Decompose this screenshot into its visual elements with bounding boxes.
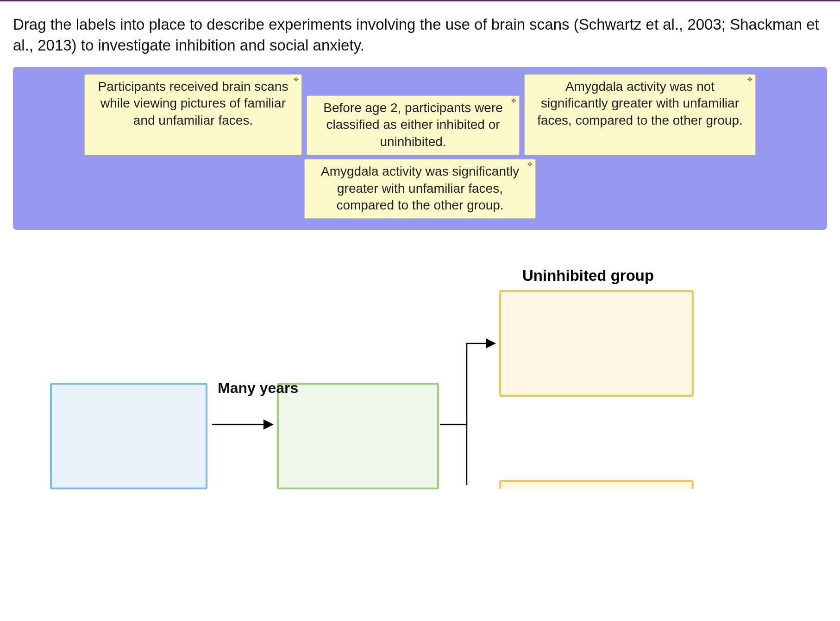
arrow-caption-many-years: Many years — [218, 380, 298, 396]
drag-label-text: Amygdala activity was not significantly … — [537, 79, 743, 127]
move-icon: ✥ — [747, 76, 752, 82]
drop-zone-uninhibited[interactable] — [499, 290, 694, 397]
drag-label-significant[interactable]: ✥ Amygdala activity was significantly gr… — [304, 159, 536, 219]
drag-label-text: Amygdala activity was significantly grea… — [321, 164, 519, 212]
drag-label-not-significant[interactable]: ✥ Amygdala activity was not significantl… — [524, 74, 756, 155]
move-icon: ✥ — [511, 98, 516, 104]
drag-label-brain-scans[interactable]: ✥ Participants received brain scans whil… — [84, 74, 302, 155]
drag-label-text: Participants received brain scans while … — [98, 79, 288, 127]
drop-zone-middle[interactable] — [277, 383, 439, 489]
move-icon: ✥ — [527, 161, 533, 167]
question-page: Drag the labels into place to describe e… — [0, 1, 840, 499]
drop-zone-start[interactable] — [50, 383, 207, 489]
drag-label-text: Before age 2, participants were classifi… — [323, 101, 503, 149]
drop-zone-lower-partial[interactable] — [499, 480, 694, 489]
label-bank-row-2: ✥ Amygdala activity was significantly gr… — [21, 159, 819, 219]
heading-uninhibited-group: Uninhibited group — [522, 267, 654, 285]
diagram-area: Uninhibited group Many years — [13, 248, 827, 499]
question-prompt: Drag the labels into place to describe e… — [13, 14, 827, 56]
drag-label-before-age-2[interactable]: ✥ Before age 2, participants were classi… — [307, 95, 520, 155]
label-bank: ✥ Participants received brain scans whil… — [13, 67, 827, 230]
label-bank-row-1: ✥ Participants received brain scans whil… — [21, 74, 819, 155]
move-icon: ✥ — [294, 76, 299, 82]
